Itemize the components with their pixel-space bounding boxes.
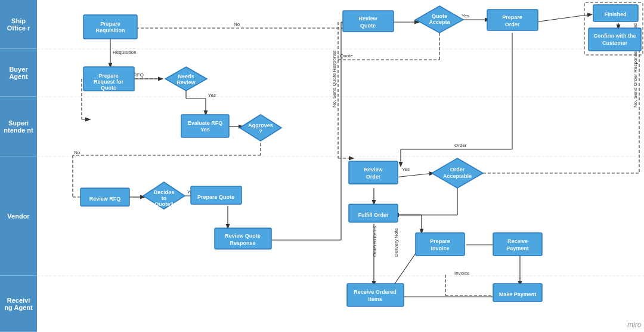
svg-line-35 (535, 14, 592, 22)
svg-text:Make Payment: Make Payment (499, 291, 537, 297)
svg-text:No: No (234, 21, 240, 27)
sidebar-section-buyer: Buyer Agent (0, 49, 37, 97)
svg-text:Response: Response (230, 240, 255, 246)
svg-text:Quote: Quote (340, 53, 353, 59)
svg-text:Receive: Receive (507, 238, 528, 244)
prepare-requisition-label2: Requisition (96, 27, 125, 33)
sidebar-section-super: Superi ntende nt (0, 97, 37, 156)
svg-text:Review Quote: Review Quote (225, 233, 261, 239)
svg-line-49 (395, 173, 434, 177)
svg-text:Review RFQ: Review RFQ (89, 196, 121, 202)
svg-text:Review: Review (364, 167, 383, 173)
svg-text:Review: Review (358, 16, 377, 21)
svg-text:Yes: Yes (208, 93, 216, 98)
svg-text:Items: Items (368, 296, 382, 302)
svg-text:No: No (74, 150, 80, 155)
svg-text:Requisition: Requisition (113, 50, 137, 55)
svg-text:to: to (162, 195, 167, 201)
svg-text:Prepare: Prepare (430, 238, 450, 244)
svg-text:Needs: Needs (178, 73, 194, 79)
svg-text:Order: Order (366, 174, 381, 180)
svg-text:Delivery Note: Delivery Note (394, 228, 399, 257)
svg-text:Yes: Yes (462, 13, 469, 19)
sidebar: Ship Office r Buyer Agent Superi ntende … (0, 0, 37, 332)
svg-text:Request for: Request for (94, 79, 124, 85)
svg-text:Yes: Yes (200, 127, 210, 133)
sidebar-section-ship: Ship Office r (0, 0, 37, 49)
svg-text:Quote?: Quote? (154, 201, 174, 207)
sidebar-section-receiving: Receivi ng Agent (0, 276, 37, 332)
svg-text:Confirm with the: Confirm with the (594, 33, 636, 39)
svg-text:Order: Order (505, 21, 520, 27)
main-diagram: Requisition No RFQ Yes No No Yes Yes No,… (37, 0, 644, 332)
svg-text:Quote: Quote (432, 13, 447, 19)
svg-text:Customer: Customer (602, 40, 628, 46)
svg-text:Quote: Quote (101, 85, 116, 91)
confirm-customer-box (589, 28, 641, 51)
svg-text:Aggroves: Aggroves (248, 122, 273, 128)
svg-text:Yes: Yes (402, 167, 410, 172)
miro-logo: miro (627, 321, 642, 329)
svg-text:Order: Order (454, 143, 467, 148)
svg-text:Payment: Payment (506, 245, 529, 251)
svg-text:No, Send Quote Response: No, Send Quote Response (332, 50, 337, 107)
svg-text:Ordered Items: Ordered Items (372, 226, 377, 257)
prepare-requisition-label: Prepare (100, 21, 120, 27)
svg-text:Accepta: Accepta (429, 19, 450, 25)
svg-text:Decides: Decides (154, 189, 175, 195)
svg-text:No, Send Order Response and Re: No, Send Order Response and Revised Quot… (633, 8, 638, 107)
svg-text:Invoice: Invoice (454, 270, 470, 276)
svg-text:Review: Review (177, 79, 196, 85)
svg-text:Evaluate RFQ: Evaluate RFQ (188, 120, 223, 126)
svg-text:?: ? (259, 128, 262, 134)
svg-text:RFQ: RFQ (134, 72, 144, 78)
svg-text:Invoice: Invoice (431, 245, 449, 251)
svg-text:Fulfill Order: Fulfill Order (358, 212, 389, 218)
svg-text:Prepare: Prepare (502, 14, 522, 20)
svg-text:Finished: Finished (604, 11, 626, 17)
svg-text:Quote: Quote (360, 23, 376, 29)
sidebar-section-vendor: Vendor (0, 156, 37, 276)
svg-text:Order: Order (450, 167, 465, 173)
svg-text:Receive Ordered: Receive Ordered (354, 289, 397, 295)
svg-text:Prepare Quote: Prepare Quote (197, 194, 234, 200)
svg-text:Acceptable: Acceptable (443, 173, 472, 179)
svg-text:Prepare: Prepare (98, 73, 119, 79)
